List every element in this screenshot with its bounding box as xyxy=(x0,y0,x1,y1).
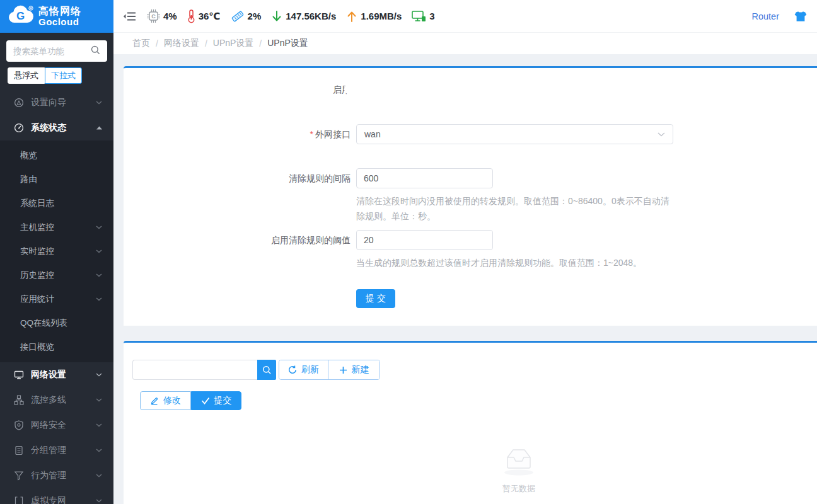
monitor-icon xyxy=(14,370,24,380)
submenu-item-qq-online-list[interactable]: QQ在线列表 xyxy=(0,311,113,335)
sidebar-item-vpn[interactable]: 虚拟专网 xyxy=(0,488,113,504)
sidebar-item-behavior-management[interactable]: 行为管理 xyxy=(0,463,113,488)
list-submit-button[interactable]: 提交 xyxy=(191,391,241,410)
sidebar: G R 高恪网络 Gocloud 悬浮式 下拉式 xyxy=(0,0,113,504)
thermometer-icon xyxy=(187,9,195,23)
sidebar-item-label: 分组管理 xyxy=(31,445,96,456)
clear-interval-input[interactable] xyxy=(356,168,493,188)
document-icon xyxy=(14,445,24,455)
wan-interface-select[interactable]: wan xyxy=(356,124,673,144)
menu-search-box xyxy=(6,40,107,62)
submenu-item-realtime-monitor[interactable]: 实时监控 xyxy=(0,239,113,263)
sidebar-item-setup-wizard[interactable]: 设置向导 xyxy=(0,90,113,115)
svg-text:G: G xyxy=(16,10,25,22)
system-status-submenu: 概览 路由 系统日志 主机监控 实时监控 历史监控 应用统计 QQ在线列表 接口… xyxy=(0,140,113,362)
clear-interval-row: 清除规则的间隔 清除在这段时间内没用被使用的转发规则。取值范围：0~86400。… xyxy=(124,168,817,224)
devices-monitor-icon xyxy=(412,10,426,23)
menu-search-input[interactable] xyxy=(13,47,91,56)
router-link[interactable]: Router xyxy=(751,11,779,21)
modify-button[interactable]: 修改 xyxy=(140,391,191,410)
rules-search-input[interactable] xyxy=(132,360,257,380)
wan-interface-label: *外网接口 xyxy=(124,124,351,144)
menu-style-tabs: 悬浮式 下拉式 xyxy=(8,67,113,84)
search-icon xyxy=(262,365,272,375)
chevron-down-icon xyxy=(96,101,102,105)
create-button[interactable]: 新建 xyxy=(328,360,380,379)
wan-interface-selected-value: wan xyxy=(364,129,381,139)
shield-icon xyxy=(14,420,24,430)
chevron-down-icon xyxy=(96,249,102,253)
sidebar-item-label: 网络设置 xyxy=(31,369,96,381)
submenu-item-history-monitor[interactable]: 历史监控 xyxy=(0,263,113,287)
submenu-item-host-monitor[interactable]: 主机监控 xyxy=(0,215,113,239)
enable-row: 启用 xyxy=(124,83,817,96)
memory-usage-stat: 2% xyxy=(231,10,262,23)
sidebar-item-group-management[interactable]: 分组管理 xyxy=(0,438,113,463)
sidebar-item-network-settings[interactable]: 网络设置 xyxy=(0,362,113,387)
sidebar-item-label: 流控多线 xyxy=(31,394,96,406)
empty-state: 暂无数据 xyxy=(132,444,817,495)
page-content: 启用 *外网接口 wan xyxy=(113,54,817,504)
submenu-item-overview[interactable]: 概览 xyxy=(0,144,113,168)
memory-usage-value: 2% xyxy=(248,11,262,21)
topbar-right: Router xyxy=(751,11,807,22)
breadcrumb-item-network-settings[interactable]: 网络设置 xyxy=(164,38,199,49)
clear-threshold-hint: 当生成的规则总数超过该值时才启用清除规则功能。取值范围：1~2048。 xyxy=(356,255,642,270)
sidebar-item-system-status[interactable]: 系统状态 xyxy=(0,115,113,140)
online-devices-stat: 3 xyxy=(412,10,434,23)
cloud-logo-icon: G R xyxy=(8,4,34,28)
refresh-button[interactable]: 刷新 xyxy=(279,360,328,379)
ram-icon xyxy=(231,10,245,23)
online-devices-value: 3 xyxy=(429,11,434,21)
breadcrumb: 首页 / 网络设置 / UPnP设置 / UPnP设置 xyxy=(113,33,817,54)
breadcrumb-item-home[interactable]: 首页 xyxy=(132,38,150,49)
clear-threshold-label: 启用清除规则的阈值 xyxy=(124,230,351,250)
brand-logo[interactable]: G R 高恪网络 Gocloud xyxy=(0,0,113,33)
sidebar-item-label: 设置向导 xyxy=(31,97,96,108)
breadcrumb-separator: / xyxy=(205,38,207,49)
sidebar-menu: 设置向导 系统状态 概览 路由 系统日志 主机监控 xyxy=(0,90,113,504)
wan-interface-row: *外网接口 wan xyxy=(124,124,817,144)
brand-name-en: Gocloud xyxy=(38,17,81,28)
svg-text:C: C xyxy=(151,13,156,20)
funnel-icon xyxy=(14,471,24,481)
arrow-down-icon xyxy=(271,10,282,23)
chevron-down-icon xyxy=(96,423,102,427)
sidebar-item-flow-control[interactable]: 流控多线 xyxy=(0,387,113,413)
svg-text:R: R xyxy=(30,6,33,10)
check-icon xyxy=(201,397,210,404)
sidebar-item-label: 虚拟专网 xyxy=(31,495,96,504)
topbar: C 4% 36℃ 2% 147.56KB/s xyxy=(113,0,817,33)
form-submit-button[interactable]: 提 交 xyxy=(356,289,395,308)
chevron-down-icon xyxy=(96,297,102,301)
breadcrumb-item-upnp[interactable]: UPnP设置 xyxy=(213,38,254,49)
theme-tshirt-icon[interactable] xyxy=(794,11,807,22)
collapse-menu-icon[interactable] xyxy=(123,11,137,22)
rules-edit-group: 修改 提交 xyxy=(140,391,817,410)
submenu-item-app-statistics[interactable]: 应用统计 xyxy=(0,287,113,311)
wizard-icon xyxy=(14,98,24,108)
cpu-usage-value: 4% xyxy=(163,11,177,21)
submenu-item-routing[interactable]: 路由 xyxy=(0,168,113,192)
download-speed-stat: 147.56KB/s xyxy=(271,10,336,23)
clear-interval-hint: 清除在这段时间内没用被使用的转发规则。取值范围：0~86400。0表示不自动清除… xyxy=(356,193,675,224)
brackets-icon xyxy=(14,496,24,504)
submenu-item-interface-overview[interactable]: 接口概览 xyxy=(0,335,113,359)
sidebar-item-label: 行为管理 xyxy=(31,470,96,481)
select-chevron-down-icon xyxy=(658,132,665,137)
temperature-value: 36℃ xyxy=(199,11,221,22)
breadcrumb-separator: / xyxy=(156,38,158,49)
clear-threshold-input[interactable] xyxy=(356,230,493,250)
enable-label: 启用 xyxy=(124,83,351,96)
chevron-down-icon xyxy=(96,398,102,402)
required-asterisk: * xyxy=(310,129,313,139)
tab-dropdown-style[interactable]: 下拉式 xyxy=(45,67,82,84)
clear-threshold-row: 启用清除规则的阈值 当生成的规则总数超过该值时才启用清除规则功能。取值范围：1~… xyxy=(124,230,817,270)
app-root: G R 高恪网络 Gocloud 悬浮式 下拉式 xyxy=(0,0,817,504)
submenu-item-system-log[interactable]: 系统日志 xyxy=(0,192,113,215)
pencil-icon xyxy=(150,396,159,405)
tab-floating-style[interactable]: 悬浮式 xyxy=(8,67,45,84)
sidebar-item-network-security[interactable]: 网络安全 xyxy=(0,413,113,438)
rules-search-button[interactable] xyxy=(257,360,276,380)
chevron-down-icon xyxy=(96,373,102,377)
